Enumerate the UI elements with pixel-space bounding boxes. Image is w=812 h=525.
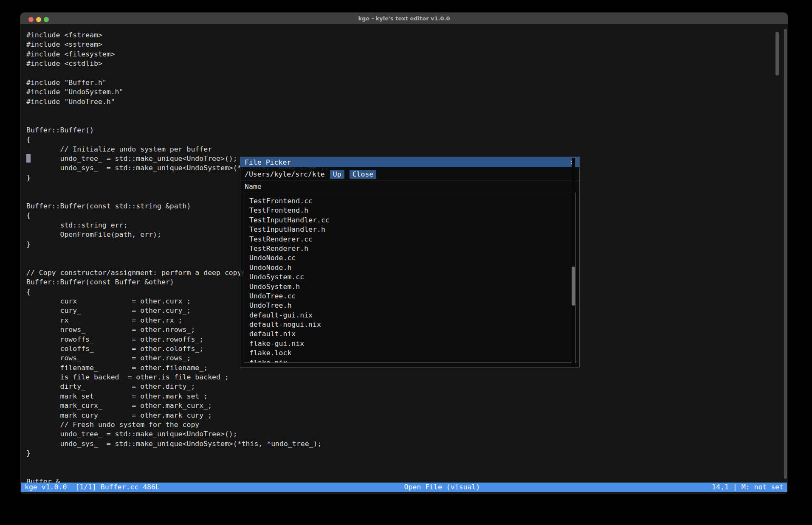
window-scrollbar-track[interactable] [784,29,787,479]
code-line: mark_cury_ = other.mark_cury_; [26,411,469,420]
file-list-item[interactable]: default-nogui.nix [244,320,575,329]
file-list[interactable]: TestFrontend.ccTestFrontend.hTestInputHa… [244,193,576,363]
up-button[interactable]: Up [330,170,344,179]
file-list-item[interactable]: UndoTree.h [244,301,575,310]
editor-window: #include <fstream>#include <sstream>#inc… [20,13,788,494]
close-button[interactable]: Close [350,170,377,179]
dialog-separator [240,180,579,180]
code-line: #include "UndoTree.h" [26,97,469,107]
text-cursor [26,154,31,163]
minimize-window-icon[interactable] [36,17,41,22]
file-list-item[interactable]: default-gui.nix [244,311,575,320]
file-list-item[interactable]: TestInputHandler.cc [244,216,575,225]
file-list-item[interactable]: UndoNode.cc [244,253,575,263]
code-line: #include "Buffer.h" [26,78,469,87]
code-line: #include <fstream> [26,31,469,40]
zoom-window-icon[interactable] [44,17,49,22]
file-list-item[interactable]: default.nix [244,329,575,339]
file-picker-dialog: (*this, *undo_tree_); y of core fields; … [240,157,580,368]
status-cursor-position: 14,1 | M: not set [712,483,784,492]
file-list-item[interactable]: TestFrontend.h [244,206,575,215]
file-list-scrollbar-track[interactable] [572,158,575,366]
file-list-scrollbar-thumb[interactable] [572,267,575,306]
code-line: #include "UndoSystem.h" [26,87,469,97]
file-list-item[interactable]: flake-gui.nix [244,339,575,348]
code-line: undo_tree_ = std::make_unique<UndoTree>(… [26,430,469,439]
status-mode: Open File (visual) [404,483,480,492]
code-line: #include <filesystem> [26,50,469,59]
code-line [26,69,469,78]
file-list-item[interactable]: UndoNode.h [244,263,575,272]
file-list-item[interactable]: flake.nix [244,358,575,363]
path-row: /Users/kyle/src/kte Up Close [245,170,376,179]
file-list-item[interactable]: TestFrontend.cc [244,197,575,206]
code-line [26,468,469,477]
code-line [26,458,469,468]
code-line: // Fresh undo system for the copy [26,420,469,430]
code-line: // Initialize undo system per buffer [26,145,469,154]
code-line: is_file_backed_ = other.is_file_backed_; [26,373,469,382]
file-list-item[interactable]: UndoSystem.h [244,282,575,292]
file-list-item[interactable]: UndoTree.cc [244,292,575,301]
window-title: kge - kyle's text editor v1.0.0 [358,15,450,22]
code-line: undo_sys_ = std::make_unique<UndoSystem>… [26,439,469,449]
file-list-item[interactable]: TestRenderer.h [244,244,575,253]
code-line: } [26,449,469,458]
code-line: mark_curx_ = other.mark_curx_; [26,401,469,410]
file-list-item[interactable]: TestInputHandler.h [244,225,575,234]
code-line [26,116,469,126]
path-input[interactable]: /Users/kyle/src/kte [245,170,325,178]
code-line: dirty_ = other.dirty_; [26,382,469,391]
file-list-item[interactable]: UndoSystem.cc [244,272,575,282]
file-list-item[interactable]: TestRenderer.cc [244,235,575,244]
traffic-lights [28,17,49,22]
status-file-info: kge v1.0.0 [1/1] Buffer.cc 486L [25,483,160,492]
code-line: #include <cstdlib> [26,59,469,68]
dialog-title: File Picker [245,158,291,166]
window-titlebar[interactable]: kge - kyle's text editor v1.0.0 [20,13,788,24]
dialog-titlebar[interactable]: File Picker × [240,157,579,167]
file-list-item[interactable]: flake.lock [244,348,575,358]
code-line [26,107,469,116]
code-line: #include <sstream> [26,40,469,49]
close-window-icon[interactable] [28,17,34,22]
code-line: mark_set_ = other.mark_set_; [26,392,469,401]
code-line: { [26,135,469,144]
name-column-header: Name [245,182,262,191]
code-line: Buffer::Buffer() [26,126,469,135]
editor-scrollbar-thumb[interactable] [775,32,779,76]
status-bar: kge v1.0.0 [1/1] Buffer.cc 486L Open Fil… [21,483,787,492]
